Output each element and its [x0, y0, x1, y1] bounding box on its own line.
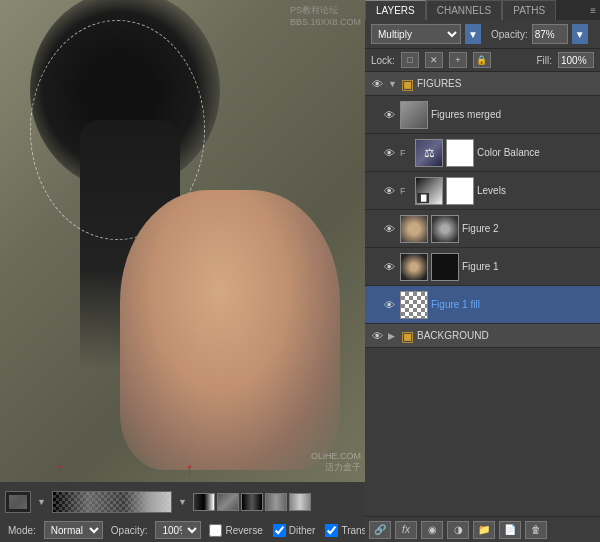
mode-row: Mode: Normal Opacity: 100% Reverse Dithe… [0, 518, 365, 542]
eye-icon-figure2[interactable]: 👁 [381, 221, 397, 237]
opacity-arrow[interactable]: ▼ [572, 24, 588, 44]
checkbox-group: Reverse Dither Transparency [209, 524, 365, 537]
layer-figure2[interactable]: 👁 Figure 2 [365, 210, 600, 248]
foreground-swatch[interactable] [5, 491, 31, 513]
expand-background[interactable]: ▶ [388, 331, 398, 341]
blend-mode-select[interactable]: Multiply [371, 24, 461, 44]
panel-menu-icon[interactable]: ≡ [586, 1, 600, 20]
layer-name-figures-merged: Figures merged [431, 109, 596, 120]
lock-all-btn[interactable]: 🔒 [473, 52, 491, 68]
opacity-panel-input[interactable] [532, 24, 568, 44]
levels-adj-icon: ▇ [417, 193, 429, 203]
layer-levels[interactable]: 👁 F ▇ Levels [365, 172, 600, 210]
lock-pixels-btn[interactable]: ✕ [425, 52, 443, 68]
thumb-figure1 [400, 253, 428, 281]
gradient-controls: ▼ ▼ [0, 482, 365, 518]
thumb-figure2 [400, 215, 428, 243]
mask-figure1 [431, 253, 459, 281]
bottom-toolbar: ▼ ▼ ↑ ↑ Mode: [0, 482, 365, 542]
opacity-select-bottom[interactable]: 100% [155, 521, 201, 539]
eye-icon-figures-merged[interactable]: 👁 [381, 107, 397, 123]
layer-group-figures[interactable]: 👁 ▼ ▣ FIGURES [365, 72, 600, 96]
blend-opacity-row: Multiply ▼ Opacity: ▼ [365, 20, 600, 49]
layer-color-balance[interactable]: 👁 F ⚖ Color Balance [365, 134, 600, 172]
eye-icon-color-balance[interactable]: 👁 [381, 145, 397, 161]
reverse-checkbox[interactable] [209, 524, 222, 537]
eye-icon-figure1[interactable]: 👁 [381, 259, 397, 275]
transparency-label: Transparency [341, 525, 365, 536]
thumb-color-balance: ⚖ [415, 139, 443, 167]
reverse-label: Reverse [225, 525, 262, 536]
layer-name-figure1: Figure 1 [462, 261, 596, 272]
layer-figure1-fill[interactable]: 👁 Figure 1 fill [365, 286, 600, 324]
canvas-area: PS教程论坛 BBS.16XX8.COM ↑ OLiHE.COM 活力盒子 [0, 0, 365, 542]
mode-select[interactable]: Normal [44, 521, 103, 539]
tab-bar: LAYERS CHANNELS PATHS ≡ [365, 0, 600, 20]
preset-btn-5[interactable] [289, 493, 311, 511]
eye-icon-figure1-fill[interactable]: 👁 [381, 297, 397, 313]
fill-label: Fill: [536, 55, 552, 66]
tab-layers[interactable]: LAYERS [365, 0, 426, 20]
thumb-figures-merged [400, 101, 428, 129]
watermark-top: PS教程论坛 BBS.16XX8.COM [290, 4, 361, 27]
preset-btn-3[interactable] [241, 493, 263, 511]
eye-icon-levels[interactable]: 👁 [381, 183, 397, 199]
preset-btn-4[interactable] [265, 493, 287, 511]
opacity-panel-label: Opacity: [491, 29, 528, 40]
arrow-indicator-right: ↑ [185, 459, 194, 480]
thumb-levels: ▇ [415, 177, 443, 205]
layer-name-color-balance: Color Balance [477, 147, 596, 158]
layer-figure1[interactable]: 👁 Figure 1 [365, 248, 600, 286]
opacity-label-bottom: Opacity: [111, 525, 148, 536]
transparency-option: Transparency [325, 524, 365, 537]
main-container: PS教程论坛 BBS.16XX8.COM ↑ OLiHE.COM 活力盒子 [0, 0, 600, 542]
adjustment-btn[interactable]: ◑ [447, 521, 469, 539]
arrow-indicator-left: ↑ [55, 459, 64, 480]
gradient-preview[interactable] [52, 491, 172, 513]
link-layers-btn[interactable]: 🔗 [369, 521, 391, 539]
light-figure [120, 190, 340, 470]
group-btn[interactable]: 📁 [473, 521, 495, 539]
panel-bottom: 🔗 fx ◉ ◑ 📁 📄 🗑 [365, 516, 600, 542]
layer-name-figure1-fill: Figure 1 fill [431, 299, 596, 310]
mask-color-balance [446, 139, 474, 167]
lock-position-btn[interactable]: + [449, 52, 467, 68]
blend-mode-arrow[interactable]: ▼ [465, 24, 481, 44]
figures-group-name: FIGURES [417, 78, 596, 89]
new-layer-btn[interactable]: 📄 [499, 521, 521, 539]
add-mask-btn[interactable]: ◉ [421, 521, 443, 539]
eye-icon-background[interactable]: 👁 [369, 328, 385, 344]
layers-list[interactable]: 👁 ▼ ▣ FIGURES 👁 Figures merged 👁 F ⚖ [365, 72, 600, 516]
light-figure-body [120, 190, 340, 470]
panel-area: LAYERS CHANNELS PATHS ≡ Multiply ▼ Opaci… [365, 0, 600, 542]
tab-channels[interactable]: CHANNELS [426, 0, 502, 20]
layer-name-figure2: Figure 2 [462, 223, 596, 234]
folder-icon-figures: ▣ [401, 76, 414, 92]
layer-group-background[interactable]: 👁 ▶ ▣ BACKGROUND [365, 324, 600, 348]
dither-checkbox[interactable] [273, 524, 286, 537]
eye-icon-figures[interactable]: 👁 [369, 76, 385, 92]
link-color-balance: F [400, 148, 412, 158]
dither-option: Dither [273, 524, 316, 537]
fx-btn[interactable]: fx [395, 521, 417, 539]
folder-icon-background: ▣ [401, 328, 414, 344]
reverse-option: Reverse [209, 524, 262, 537]
thumb-figure1-fill [400, 291, 428, 319]
layer-figures-merged[interactable]: 👁 Figures merged [365, 96, 600, 134]
mode-label: Mode: [8, 525, 36, 536]
delete-layer-btn[interactable]: 🗑 [525, 521, 547, 539]
preset-btn-1[interactable] [193, 493, 215, 511]
preset-btn-2[interactable] [217, 493, 239, 511]
link-levels: F [400, 186, 412, 196]
dither-label: Dither [289, 525, 316, 536]
mask-levels [446, 177, 474, 205]
transparency-checkbox[interactable] [325, 524, 338, 537]
tab-paths[interactable]: PATHS [502, 0, 556, 20]
mask-figure2 [431, 215, 459, 243]
fill-input[interactable] [558, 52, 594, 68]
expand-figures[interactable]: ▼ [388, 79, 398, 89]
preset-buttons-group [193, 493, 311, 511]
gradient-arrow: ▼ [178, 497, 187, 507]
lock-transparent-btn[interactable]: □ [401, 52, 419, 68]
background-group-name: BACKGROUND [417, 330, 596, 341]
